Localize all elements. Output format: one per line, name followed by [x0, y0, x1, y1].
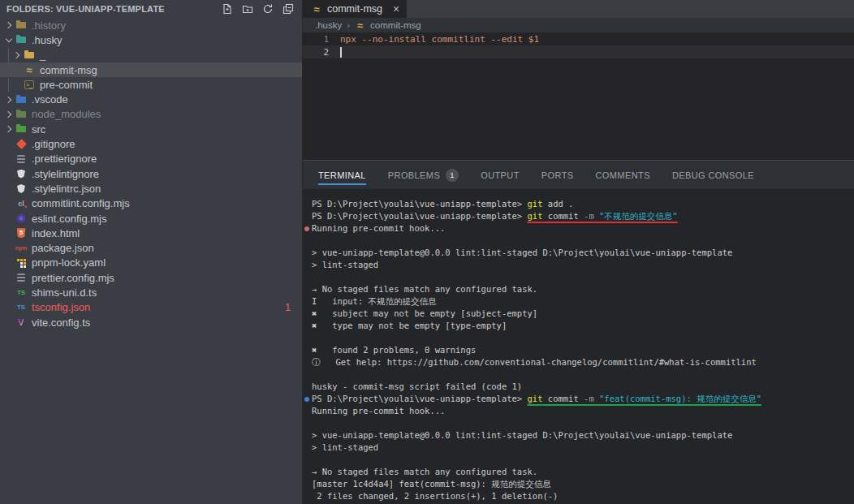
- editor-code-area[interactable]: 1npx --no-install commitlint --edit $12: [303, 32, 854, 160]
- editor-code-text: npx --no-install commitlint --edit $1: [340, 34, 539, 45]
- chevron-spacer: [3, 302, 15, 313]
- chevron-right-icon[interactable]: [3, 19, 15, 31]
- terminal[interactable]: PS D:\Project\youlai\vue-uniapp-template…: [303, 190, 854, 504]
- chevron-right-icon[interactable]: [3, 109, 15, 120]
- refresh-icon[interactable]: [262, 3, 274, 15]
- ts-green-icon: [15, 286, 28, 299]
- chevron-spacer: [3, 272, 15, 283]
- vscode-window: FOLDERS: VUE-UNIAPP-TEMPLATE: [0, 0, 854, 504]
- breadcrumb-file[interactable]: commit-msg: [370, 20, 421, 30]
- collapse-all-icon[interactable]: [283, 3, 294, 15]
- stylelint-icon: [15, 167, 28, 180]
- pnpm-icon: [15, 256, 28, 269]
- folder-icon: [23, 49, 36, 62]
- editor-tabbar: commit-msg ×: [303, 0, 854, 18]
- sidebar-item-commit-msg[interactable]: commit-msg: [0, 62, 302, 77]
- sidebar-item-tsconfig-json[interactable]: tsconfig.json1: [0, 300, 302, 315]
- sidebar-item-label: .vscode: [32, 93, 68, 106]
- editor-cursor: [340, 47, 342, 58]
- sidebar-item-label: .stylelintrc.json: [32, 183, 101, 195]
- terminal-line: Running pre-commit hook...: [303, 405, 854, 417]
- sidebar-item-label: eslint.config.mjs: [32, 213, 106, 225]
- terminal-line: > vue-uniapp-template@0.0.0 lint:lint-st…: [303, 429, 854, 442]
- commitlint-icon: [15, 197, 28, 210]
- vite-icon: [15, 316, 28, 329]
- panel-tab-label: PORTS: [541, 170, 574, 180]
- shell-file-icon: [355, 20, 365, 31]
- console-icon: [23, 78, 36, 91]
- sidebar-item-history[interactable]: .history: [0, 18, 302, 32]
- close-icon[interactable]: ×: [393, 3, 399, 15]
- chevron-right-icon: ›: [347, 20, 350, 30]
- folder-vscode-icon: [15, 93, 28, 106]
- sidebar-item-stylelintignore[interactable]: .stylelintignore: [0, 166, 302, 181]
- terminal-line: [303, 368, 854, 381]
- chevron-right-icon[interactable]: [11, 50, 23, 61]
- command-decoration-error-icon: [304, 226, 309, 231]
- terminal-line: > vue-uniapp-template@0.0.0 lint:lint-st…: [303, 247, 854, 259]
- sidebar-item-label: shims-uni.d.ts: [32, 286, 97, 299]
- terminal-line: PS D:\Project\youlai\vue-uniapp-template…: [303, 198, 854, 210]
- terminal-line: PS D:\Project\youlai\vue-uniapp-template…: [303, 393, 854, 405]
- sidebar-item-node-modules[interactable]: node_modules: [0, 107, 302, 122]
- sidebar-item-vscode[interactable]: .vscode: [0, 92, 302, 106]
- sidebar-item-commitlint-config-mjs[interactable]: commitlint.config.mjs: [0, 196, 302, 211]
- sidebar-item-label: pre-commit: [40, 79, 93, 91]
- sidebar-item-husky[interactable]: .husky: [0, 32, 302, 47]
- shell-file-icon: [310, 2, 323, 15]
- panel-tab-comments[interactable]: COMMENTS: [596, 161, 650, 189]
- file-tree: .history.husky_commit-msgpre-commit.vsco…: [0, 18, 302, 330]
- panel-tabbar: TERMINALPROBLEMS1OUTPUTPORTSCOMMENTSDEBU…: [303, 161, 854, 189]
- sidebar-item-shims-uni-d-ts[interactable]: shims-uni.d.ts: [0, 285, 302, 299]
- sidebar-item-label: vite.config.ts: [32, 317, 90, 329]
- sidebar-item-gitignore[interactable]: .gitignore: [0, 136, 302, 151]
- sidebar-item-stylelintrc-json[interactable]: .stylelintrc.json: [0, 181, 302, 196]
- chevron-down-icon[interactable]: [3, 34, 15, 45]
- sidebar-item-pre-commit[interactable]: pre-commit: [0, 77, 302, 92]
- new-folder-icon[interactable]: [242, 3, 253, 15]
- sidebar-item-pnpm-lock-yaml[interactable]: pnpm-lock.yaml: [0, 256, 302, 270]
- editor-tab-label: commit-msg: [327, 3, 382, 15]
- panel-tab-problems[interactable]: PROBLEMS1: [388, 161, 459, 189]
- panel-tab-ports[interactable]: PORTS: [541, 161, 574, 189]
- terminal-line: [303, 332, 854, 344]
- breadcrumb-folder[interactable]: .husky: [315, 20, 342, 30]
- panel-tab-terminal[interactable]: TERMINAL: [318, 161, 366, 189]
- explorer-header: FOLDERS: VUE-UNIAPP-TEMPLATE: [0, 0, 302, 18]
- sidebar-item-label: pnpm-lock.yaml: [32, 256, 106, 269]
- chevron-spacer: [3, 168, 15, 179]
- sidebar-item-label: src: [32, 123, 45, 136]
- chevron-right-icon[interactable]: [3, 94, 15, 106]
- chevron-right-icon[interactable]: [3, 123, 15, 135]
- sidebar-item-src[interactable]: src: [0, 122, 302, 136]
- terminal-line: [303, 271, 854, 283]
- sidebar-item-prettier-config-mjs[interactable]: prettier.config.mjs: [0, 270, 302, 285]
- line-number: 1: [303, 34, 340, 45]
- sidebar-item-index-html[interactable]: index.html: [0, 226, 302, 240]
- chevron-spacer: [3, 183, 15, 194]
- editor-line: 1npx --no-install commitlint --edit $1: [303, 32, 854, 45]
- sidebar-item-package-json[interactable]: package.json: [0, 240, 302, 255]
- terminal-line: ⓘ Get help: https://github.com/conventio…: [303, 356, 854, 368]
- terminal-line: → No staged files match any configured t…: [303, 283, 854, 295]
- panel-tab-label: DEBUG CONSOLE: [672, 170, 754, 180]
- sidebar-item-label: _: [40, 49, 45, 61]
- sidebar-item-label: .prettierignore: [32, 153, 97, 165]
- shell-icon: [23, 63, 36, 76]
- line-number: 2: [303, 47, 340, 58]
- folder-icon: [15, 19, 28, 32]
- sidebar-item-label: tsconfig.json: [32, 301, 90, 313]
- chevron-spacer: [3, 243, 15, 254]
- sidebar-item-vite-config-ts[interactable]: vite.config.ts: [0, 315, 302, 330]
- sidebar-item-[interactable]: _: [0, 48, 302, 62]
- panel-tab-debug-console[interactable]: DEBUG CONSOLE: [672, 161, 754, 189]
- editor-tab-commit-msg[interactable]: commit-msg ×: [303, 0, 407, 18]
- sidebar-item-prettierignore[interactable]: .prettierignore: [0, 152, 302, 166]
- new-file-icon[interactable]: [222, 3, 233, 15]
- terminal-line: [303, 235, 854, 247]
- chevron-spacer: [3, 257, 15, 269]
- prettier-icon: [15, 271, 28, 284]
- panel-tab-output[interactable]: OUTPUT: [481, 161, 520, 189]
- sidebar-item-eslint-config-mjs[interactable]: eslint.config.mjs: [0, 211, 302, 226]
- sidebar-item-label: prettier.config.mjs: [32, 272, 114, 284]
